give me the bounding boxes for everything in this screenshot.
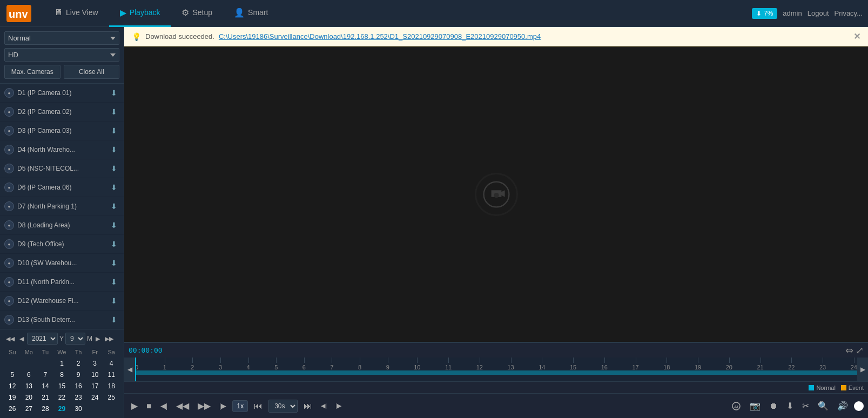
download-video-btn[interactable]: ⬇ — [784, 399, 796, 413]
play-btn[interactable]: ▶ — [129, 399, 140, 413]
camera-download-btn[interactable]: ⬇ — [109, 239, 119, 250]
audio-btn[interactable]: 🔊 — [835, 399, 851, 413]
camera-download-btn[interactable]: ⬇ — [109, 220, 119, 231]
nav-setup[interactable]: ⚙ Setup — [171, 0, 223, 27]
prev-frame-btn[interactable]: ◀| — [158, 400, 170, 412]
timeline-ruler[interactable]: 0123456789101112131415161718192021222324 — [135, 358, 857, 381]
nav-playback[interactable]: ▶ Playback — [109, 0, 171, 27]
cal-day-cell[interactable]: 24 — [87, 392, 103, 403]
camera-download-btn[interactable]: ⬇ — [109, 125, 119, 136]
camera-download-btn[interactable]: ⬇ — [109, 295, 119, 306]
cal-prev-btn[interactable]: ◀ — [18, 335, 25, 343]
nav-smart[interactable]: 👤 Smart — [223, 0, 279, 27]
cal-prev-prev-btn[interactable]: ◀◀ — [4, 335, 16, 343]
cal-next-next-btn[interactable]: ▶▶ — [103, 335, 115, 343]
cal-month-select[interactable]: 9 — [65, 333, 85, 345]
privacy-btn[interactable]: Privacy... — [835, 9, 863, 17]
cal-day-cell[interactable]: 21 — [37, 392, 53, 403]
camera-item-d13[interactable]: ● D13 (South Deterr... ⬇ — [0, 311, 124, 329]
nav-live-view[interactable]: 🖥 Live View — [43, 0, 109, 27]
record-btn[interactable]: ⏺ — [766, 400, 780, 413]
skip-start-btn[interactable]: ⏮ — [251, 400, 265, 413]
camera-download-btn[interactable]: ⬇ — [109, 314, 119, 325]
camera-item-d3[interactable]: ● D3 (IP Camera 03) ⬇ — [0, 122, 124, 140]
cal-day-cell[interactable]: 17 — [87, 381, 103, 392]
rewind-btn[interactable]: ◀◀ — [173, 399, 192, 413]
search-btn[interactable]: 🔍 — [815, 399, 831, 413]
cal-day-cell[interactable]: 25 — [103, 392, 119, 403]
camera-item-d1[interactable]: ● D1 (IP Camera 01) ⬇ — [0, 84, 124, 103]
cal-day-cell[interactable]: 16 — [70, 381, 86, 392]
stream-type-select[interactable]: Normal Sub Stream Third Stream — [4, 31, 119, 45]
camera-download-btn[interactable]: ⬇ — [109, 258, 119, 268]
camera-item-d6[interactable]: ● D6 (IP Camera 06) ⬇ — [0, 178, 124, 197]
cal-day-cell[interactable]: 5 — [4, 369, 21, 380]
camera-download-btn[interactable]: ⬇ — [109, 106, 119, 117]
cal-day-cell[interactable]: 29 — [54, 403, 70, 414]
camera-download-btn[interactable]: ⬇ — [109, 144, 119, 155]
quality-select[interactable]: HD SD — [4, 48, 119, 62]
stop-btn[interactable]: ■ — [144, 400, 154, 413]
cal-day-cell[interactable]: 7 — [37, 369, 53, 380]
cal-day-cell[interactable]: 9 — [70, 369, 86, 380]
expand-all-btn[interactable]: ⤢ — [856, 345, 864, 356]
clip-btn[interactable]: ✂ — [799, 399, 812, 413]
next-clip-btn[interactable]: |▶ — [333, 401, 344, 411]
cal-day-cell[interactable]: 27 — [21, 403, 37, 414]
download-badge[interactable]: ⬇ 7% — [752, 8, 777, 19]
ai-btn[interactable]: AI — [729, 400, 744, 413]
cal-day-cell[interactable]: 20 — [21, 392, 37, 403]
interval-select[interactable]: 30s 1m 2m 5m — [268, 400, 298, 413]
volume-control[interactable] — [854, 401, 864, 411]
logout-btn[interactable]: Logout — [808, 9, 829, 17]
snapshot-btn[interactable]: 📷 — [747, 399, 763, 413]
cal-day-cell[interactable]: 13 — [21, 381, 37, 392]
notification-link[interactable]: C:\Users\19186\Surveillance\Download\192… — [219, 32, 541, 41]
camera-download-btn[interactable]: ⬇ — [109, 163, 119, 174]
cal-day-cell[interactable]: 22 — [54, 392, 70, 403]
prev-clip-btn[interactable]: ◀| — [318, 401, 329, 411]
camera-download-btn[interactable]: ⬇ — [109, 277, 119, 287]
timeline-nav-left[interactable]: ◀ — [124, 358, 135, 381]
cal-day-cell[interactable]: 19 — [4, 392, 21, 403]
cal-day-cell[interactable]: 4 — [103, 358, 119, 369]
camera-item-d2[interactable]: ● D2 (IP Camera 02) ⬇ — [0, 103, 124, 122]
camera-item-d11[interactable]: ● D11 (North Parkin... ⬇ — [0, 273, 124, 292]
max-cameras-btn[interactable]: Max. Cameras — [4, 65, 60, 79]
cal-year-select[interactable]: 2021 — [27, 333, 58, 345]
close-all-btn[interactable]: Close All — [64, 65, 120, 79]
speed-badge[interactable]: 1x — [232, 400, 248, 412]
cal-day-cell[interactable]: 2 — [70, 358, 86, 369]
cal-day-cell[interactable]: 30 — [70, 403, 86, 414]
cal-day-cell[interactable]: 3 — [87, 358, 103, 369]
camera-item-d12[interactable]: ● D12 (Warehouse Fi... ⬇ — [0, 292, 124, 311]
cal-day-cell[interactable]: 23 — [70, 392, 86, 403]
skip-end-btn[interactable]: ⏭ — [301, 400, 315, 413]
fast-forward-btn[interactable]: ▶▶ — [195, 399, 213, 413]
camera-download-btn[interactable]: ⬇ — [109, 87, 119, 98]
camera-download-btn[interactable]: ⬇ — [109, 182, 119, 193]
video-area[interactable] — [124, 46, 868, 342]
camera-download-btn[interactable]: ⬇ — [109, 201, 119, 212]
camera-item-d7[interactable]: ● D7 (North Parking 1) ⬇ — [0, 197, 124, 216]
cal-next-btn[interactable]: ▶ — [94, 335, 102, 343]
next-frame-btn[interactable]: |▶ — [217, 400, 229, 412]
camera-item-d10[interactable]: ● D10 (SW Warehou... ⬇ — [0, 254, 124, 273]
camera-item-d4[interactable]: ● D4 (North Wareho... ⬇ — [0, 140, 124, 159]
cal-day-cell[interactable]: 28 — [37, 403, 53, 414]
cal-day-cell[interactable]: 12 — [4, 381, 21, 392]
cal-day-cell[interactable]: 14 — [37, 381, 53, 392]
camera-item-d5[interactable]: ● D5 (NSC-NITECOL... ⬇ — [0, 159, 124, 178]
expand-timeline-btn[interactable]: ⇔ — [845, 345, 853, 356]
cal-day-cell[interactable]: 18 — [103, 381, 119, 392]
timeline-nav-right[interactable]: ▶ — [857, 358, 868, 381]
cal-day-cell[interactable]: 1 — [54, 358, 70, 369]
cal-day-cell[interactable]: 11 — [103, 369, 119, 380]
cal-day-cell[interactable]: 10 — [87, 369, 103, 380]
notification-close-btn[interactable]: ✕ — [853, 32, 860, 41]
cal-day-cell[interactable]: 15 — [54, 381, 70, 392]
cal-day-cell[interactable]: 8 — [54, 369, 70, 380]
camera-item-d9[interactable]: ● D9 (Tech Office) ⬇ — [0, 235, 124, 254]
cal-day-cell[interactable]: 6 — [21, 369, 37, 380]
camera-item-d8[interactable]: ● D8 (Loading Area) ⬇ — [0, 216, 124, 235]
